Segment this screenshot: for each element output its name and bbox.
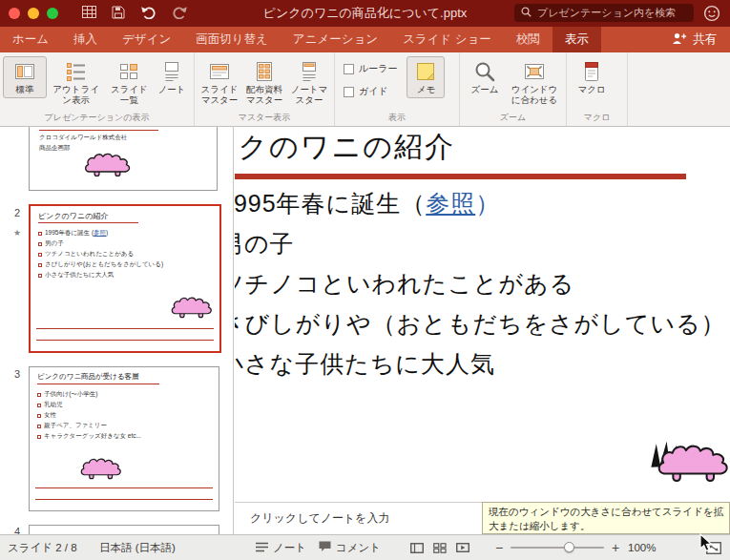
memo-icon: [414, 60, 437, 83]
notes-master-button[interactable]: ノートマスター: [287, 56, 331, 109]
memo-toggle-button[interactable]: メモ: [407, 56, 445, 98]
view-sorter-button[interactable]: [433, 535, 447, 560]
slide-title-text[interactable]: ピンクのワニの紹介: [235, 128, 455, 167]
slide-master-button[interactable]: スライドマスター: [198, 56, 241, 109]
slide-bullet-4[interactable]: さびしがりや（おともだちをさがしている）: [235, 308, 726, 340]
group-label-show: 表示: [335, 112, 459, 124]
slide-sorter-button[interactable]: スライド一覧: [105, 56, 153, 109]
close-window-button[interactable]: [9, 8, 20, 19]
powerpoint-window: ピンクのワニの商品化について.pptx プレゼンテーション内を検索 ホーム 挿入…: [0, 0, 730, 560]
notes-toggle[interactable]: ノート: [256, 535, 306, 560]
zoom-button[interactable]: ズーム: [463, 56, 507, 98]
minimize-window-button[interactable]: [28, 8, 39, 19]
zoom-slider-thumb[interactable]: [564, 542, 574, 552]
notes-master-icon: [298, 60, 321, 83]
notes-page-button[interactable]: ノート: [153, 56, 191, 98]
group-macros: マクロ マクロ: [567, 52, 628, 126]
notes-master-label: ノートマスター: [289, 85, 329, 106]
slide-3-title: ピンクのワニ商品が受ける客層: [30, 367, 219, 382]
zoom-out-button[interactable]: −: [495, 535, 503, 560]
fit-slide-tooltip: 現在のウィンドウの大きさに合わせてスライドを拡大または縮小します。: [482, 502, 730, 534]
title-underline-bar: [235, 174, 686, 179]
group-master-views: スライドマスター 配布資料マスター ノートマスター マスター表示: [195, 52, 335, 126]
zoom-window-button[interactable]: [47, 8, 58, 19]
zoom-slider[interactable]: [511, 535, 604, 560]
slide-bullet-2[interactable]: 男の子: [235, 228, 295, 259]
notes-page-icon: [160, 60, 183, 83]
group-label-presentation-views: プレゼンテーションの表示: [0, 112, 194, 124]
slide-master-icon: [208, 60, 231, 83]
tab-slideshow[interactable]: スライド ショー: [390, 27, 504, 52]
statusbar: スライド 2 / 8 日本語 (日本語) ノート コメント − + 100%: [0, 534, 730, 560]
zoom-in-button[interactable]: +: [612, 535, 619, 560]
ruler-checkbox-box: [344, 64, 354, 74]
slide-bullet-5[interactable]: 小さな子供たちに大人気: [235, 348, 495, 380]
outline-view-button[interactable]: アウトライン表示: [47, 56, 106, 109]
guides-checkbox[interactable]: ガイド: [344, 85, 397, 98]
tab-animations[interactable]: アニメーション: [281, 27, 390, 52]
thumb-bullet: 男の子: [31, 239, 219, 249]
ruler-checkbox[interactable]: ルーラー: [344, 62, 397, 75]
language-indicator[interactable]: 日本語 (日本語): [99, 535, 176, 560]
slide-4-thumbnail[interactable]: [29, 525, 219, 534]
macro-label: マクロ: [577, 85, 605, 95]
memo-label: メモ: [417, 85, 435, 95]
slide-bullet-3[interactable]: ツチノコといわれたことがある: [235, 268, 574, 300]
group-label-macros: マクロ: [567, 112, 627, 124]
feedback-smiley-icon[interactable]: [703, 5, 720, 22]
pink-crocodile-drawing: [170, 296, 216, 320]
fit-to-window-button[interactable]: ウインドウに合わせる: [507, 56, 562, 109]
slide-sorter-icon: [117, 60, 140, 83]
thumb-bullet: さびしがりや(おともだちをさがしている): [31, 259, 219, 270]
pink-crocodile-drawing-large[interactable]: [650, 427, 730, 498]
save-icon[interactable]: [112, 6, 125, 22]
share-button[interactable]: 共有: [658, 27, 730, 52]
slide-1-subtitle-line-2: 商品企画部: [39, 144, 71, 153]
zoom-slider-track: [511, 547, 604, 549]
normal-view-label: 標準: [15, 85, 33, 95]
thumb-bullet: 小さな子供たちに大人気: [31, 270, 219, 280]
share-label: 共有: [693, 31, 717, 48]
reference-link[interactable]: 参照: [94, 229, 106, 236]
handout-master-label: 配布資料マスター: [243, 85, 285, 106]
slide-3-thumbnail[interactable]: ピンクのワニ商品が受ける客層 子供向け(〜小学生) 乳幼児 女性 親子ペア、ファ…: [29, 366, 219, 511]
titlebar: ピンクのワニの商品化について.pptx プレゼンテーション内を検索: [0, 0, 730, 27]
search-icon: [521, 7, 532, 19]
macro-button[interactable]: マクロ: [570, 56, 614, 98]
comments-toggle[interactable]: コメント: [319, 535, 381, 560]
undo-icon[interactable]: [140, 6, 156, 22]
view-normal-button[interactable]: [410, 535, 424, 560]
thumb-bullet: 子供向け(〜小学生): [30, 389, 219, 400]
normal-view-icon: [13, 60, 36, 83]
pink-crocodile-drawing: [83, 152, 135, 178]
slide-bullet-1[interactable]: 1995年春に誕生（参照）: [235, 188, 500, 219]
slide-1-thumbnail[interactable]: クロコダイルワールド株式会社 商品企画部: [29, 127, 218, 191]
reference-link[interactable]: 参照: [426, 190, 475, 217]
tab-view[interactable]: 表示: [553, 27, 601, 52]
notes-lines-icon: [256, 542, 268, 554]
normal-view-button[interactable]: 標準: [3, 56, 47, 98]
slide-2-thumbnail[interactable]: ピンクのワニの紹介 1995年春に誕生 (参照) 男の子 ツチノコといわれたこと…: [29, 204, 221, 353]
tab-insert[interactable]: 挿入: [61, 27, 110, 52]
zoom-level[interactable]: 100%: [628, 535, 656, 560]
tab-home[interactable]: ホーム: [0, 27, 61, 52]
notes-page-label: ノート: [158, 85, 186, 95]
thumb-bullet: ツチノコといわれたことがある: [31, 249, 219, 259]
slide-counter: スライド 2 / 8: [8, 535, 77, 560]
slide-2-number: 2: [14, 207, 20, 218]
redo-icon[interactable]: [172, 6, 188, 22]
view-slideshow-button[interactable]: [456, 535, 469, 560]
slide-4-number: 4: [14, 526, 20, 534]
slide-1-subtitle-line-1: クロコダイルワールド株式会社: [39, 134, 127, 142]
slide-editor-canvas[interactable]: ピンクのワニの紹介 1995年春に誕生（参照） 男の子 ツチノコといわれたことが…: [235, 127, 730, 502]
outline-view-icon: [65, 60, 88, 83]
tab-transitions[interactable]: 画面切り替え: [183, 27, 281, 52]
slide-2-title: ピンクのワニの紹介: [31, 206, 219, 221]
ribbon-grid-icon[interactable]: [82, 6, 96, 21]
tab-review[interactable]: 校閲: [504, 27, 553, 52]
guides-checkbox-box: [344, 87, 354, 97]
search-input[interactable]: プレゼンテーション内を検索: [514, 4, 694, 22]
handout-master-button[interactable]: 配布資料マスター: [241, 56, 287, 109]
slide-thumbnail-pane: クロコダイルワールド株式会社 商品企画部 2 ★ ピンクのワニの紹介 1995年…: [0, 127, 234, 534]
tab-design[interactable]: デザイン: [110, 27, 183, 52]
